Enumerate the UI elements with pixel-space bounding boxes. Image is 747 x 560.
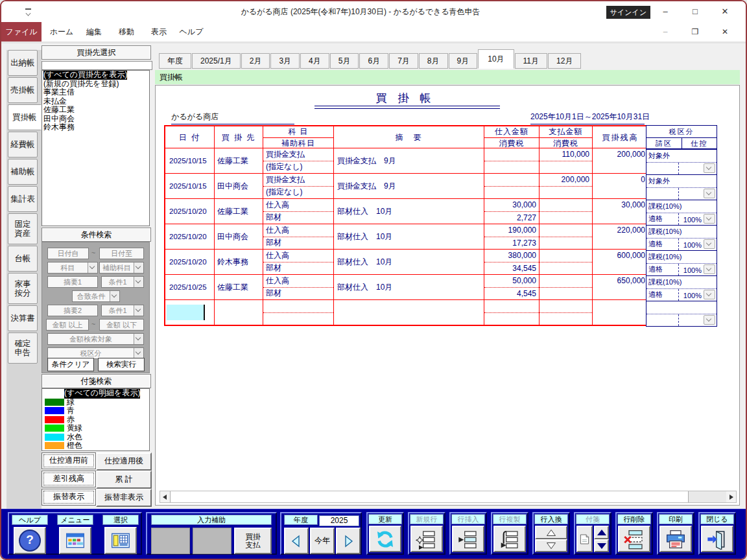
menu-move[interactable]: 移動 [110, 22, 143, 41]
date-edit-box[interactable] [167, 305, 205, 320]
ledger-tab[interactable]: 決算書 [8, 305, 38, 331]
cell-purchase[interactable] [484, 148, 540, 173]
cell-account[interactable] [263, 300, 334, 325]
mdi-close-button[interactable]: ✕ [710, 22, 740, 41]
prev-year-button[interactable] [284, 528, 309, 554]
fusen-list-item[interactable]: 黄緑 [42, 424, 149, 433]
partner-list-item[interactable]: 事業主借 [42, 88, 149, 97]
menu-button[interactable] [59, 527, 91, 554]
qualification-cell[interactable]: 適格 [646, 214, 678, 224]
partner-filter-input[interactable] [42, 61, 152, 70]
month-tab[interactable]: 6月 [359, 53, 388, 69]
rate-cell[interactable]: 100% [678, 264, 702, 276]
before-deduction-toggle[interactable]: 仕控適用前 [42, 452, 96, 469]
command-button[interactable] [618, 526, 650, 552]
help-button[interactable]: ? [14, 527, 46, 554]
tax-class-cell[interactable]: 課税(10%) [646, 276, 717, 289]
sign-in-button[interactable]: サインイン [606, 6, 650, 19]
ledger-tab[interactable]: 買掛帳 [8, 104, 42, 130]
qualification-cell[interactable]: 適格 [646, 290, 678, 299]
menu-view[interactable]: 表示 [143, 22, 175, 41]
partner-list-item[interactable]: 鈴木事務 [42, 123, 149, 132]
cell-date[interactable]: 2025/10/20 [165, 250, 215, 274]
tax-class-cell[interactable]: 課税(10%) [646, 251, 717, 264]
cell-partner[interactable]: 田中商会 [215, 174, 263, 198]
cell-balance[interactable]: 600,000 [593, 250, 648, 274]
transfer-show-toggle[interactable]: 振替表示 [42, 489, 96, 506]
chevron-down-icon[interactable] [134, 348, 143, 358]
kaikake-shiharai-button[interactable]: 買掛 支払 [234, 528, 272, 554]
memo1-field[interactable]: 摘要1 [47, 276, 98, 288]
match-cond-combo[interactable]: 合致条件 [72, 290, 120, 302]
cell-summary[interactable]: 買掛金支払 9月 [334, 148, 484, 173]
tax-dropdown-button[interactable] [704, 214, 715, 224]
cumulative-toggle[interactable]: 累 計 [96, 471, 152, 489]
fusen-list-item[interactable]: 赤 [42, 415, 149, 425]
menu-help[interactable]: ヘルプ [175, 22, 208, 41]
amount-target-combo[interactable]: 金額検索対象 [47, 333, 144, 345]
menu-home[interactable]: ホーム [45, 22, 78, 41]
month-tab[interactable]: 5月 [330, 53, 359, 69]
cell-purchase[interactable]: 190,000 17,273 [484, 224, 540, 249]
cell-payment[interactable]: 110,000 [540, 148, 593, 173]
chevron-down-icon[interactable] [134, 305, 143, 316]
mdi-restore-button[interactable]: ❐ [680, 22, 710, 41]
cell-summary[interactable] [334, 300, 484, 325]
cell-date[interactable]: 2025/10/20 [165, 224, 215, 249]
ledger-tab[interactable]: 集計表 [8, 186, 38, 212]
command-button[interactable] [369, 526, 401, 552]
cell-balance[interactable]: 30,000 [593, 199, 648, 224]
cond1-combo[interactable]: 条件1 [101, 276, 144, 288]
month-tab[interactable]: 4月 [300, 53, 329, 69]
cell-payment[interactable] [540, 300, 593, 325]
qualification-cell[interactable]: 適格 [646, 239, 678, 249]
cell-summary[interactable]: 部材仕入 10月 [334, 275, 484, 299]
cell-summary[interactable]: 部材仕入 10月 [334, 199, 484, 224]
command-button[interactable] [493, 526, 526, 552]
cell-account[interactable]: 仕入高 部材 [263, 275, 334, 299]
ledger-tab[interactable]: 補助帳 [8, 159, 38, 185]
horizontal-scrollbar[interactable] [160, 491, 737, 503]
cond2-combo[interactable]: 条件1 [101, 305, 144, 316]
month-tab[interactable]: 12月 [548, 53, 581, 69]
cell-account[interactable]: 仕入高 部材 [263, 250, 334, 274]
cell-purchase[interactable]: 380,000 34,545 [484, 250, 540, 274]
cell-account[interactable]: 買掛金支払 (指定なし) [263, 148, 334, 173]
cell-purchase[interactable] [484, 174, 540, 198]
amount-min-field[interactable]: 金額 以上 [46, 319, 89, 331]
menu-edit[interactable]: 編集 [78, 22, 110, 41]
account-combo[interactable]: 科目 [47, 262, 98, 274]
cell-date[interactable]: 2025/10/20 [165, 199, 215, 224]
partner-list-item[interactable]: 佐藤工業 [42, 106, 149, 115]
fusen-down-button[interactable] [594, 539, 609, 552]
tax-dropdown-button[interactable] [704, 189, 715, 198]
cell-balance[interactable]: 0 [593, 174, 648, 198]
mdi-minimize-button[interactable]: – [650, 22, 680, 41]
month-tab[interactable]: 11月 [515, 53, 547, 69]
search-exec-button[interactable]: 検索実行 [98, 358, 145, 371]
menu-file[interactable]: ファイル [1, 22, 42, 41]
cell-account[interactable]: 買掛金支払 (指定なし) [263, 174, 334, 198]
scrollbar-thumb[interactable] [170, 491, 689, 502]
cell-payment[interactable] [540, 275, 593, 299]
rate-cell[interactable]: 100% [678, 239, 702, 251]
date-to-field[interactable]: 日付至 [99, 248, 144, 259]
chevron-down-icon[interactable] [134, 334, 143, 344]
cell-balance[interactable]: 650,000 [593, 275, 648, 299]
command-button[interactable] [701, 526, 733, 552]
rate-cell[interactable] [678, 188, 702, 200]
cell-payment[interactable]: 200,000 [540, 174, 593, 198]
cell-date[interactable]: 2025/10/25 [165, 275, 215, 299]
cell-partner[interactable]: 佐藤工業 [215, 199, 263, 224]
ledger-tab[interactable]: 家事 按分 [8, 273, 38, 304]
chevron-down-icon[interactable] [134, 262, 143, 273]
tax-dropdown-button[interactable] [704, 163, 715, 173]
month-tab[interactable]: 10月 [478, 49, 514, 69]
fusen-list-item[interactable]: 青 [42, 406, 149, 415]
tax-dropdown-button[interactable] [704, 290, 715, 299]
cell-purchase[interactable] [484, 300, 540, 325]
minimize-button[interactable]: – [650, 1, 680, 22]
ledger-tab[interactable]: 売掛帳 [8, 77, 38, 103]
next-year-button[interactable] [336, 528, 361, 554]
transfer-hide-toggle[interactable]: 振替非表示 [96, 489, 152, 507]
